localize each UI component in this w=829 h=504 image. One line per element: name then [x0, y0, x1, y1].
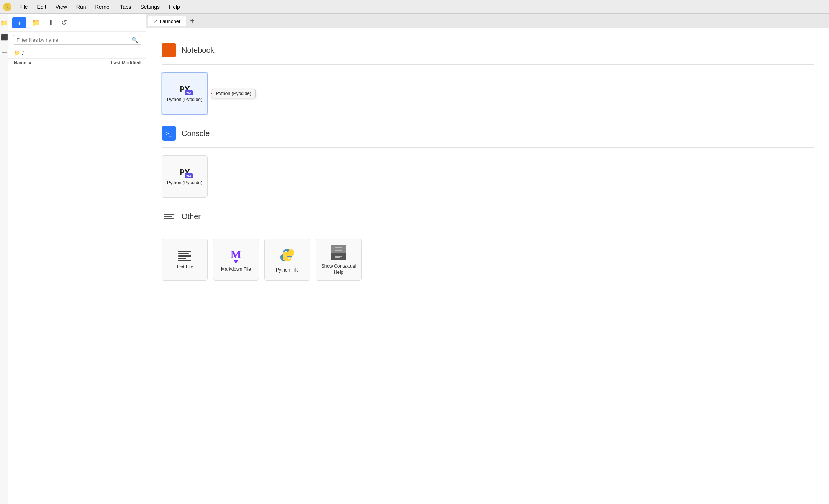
tabbar: ↗ Launcher +: [146, 14, 829, 28]
help-icon-bottom: [331, 253, 346, 261]
python-file-label: Python File: [276, 267, 299, 273]
search-area: 🔍: [13, 35, 141, 45]
console-section-icon: >_: [162, 126, 176, 141]
path-label: /: [22, 50, 24, 56]
sort-arrow-icon: ▲: [28, 60, 33, 65]
menu-file[interactable]: File: [15, 3, 32, 11]
sidebar: + 📁 ⬆ ↺ 🔍 📁 / Name ▲ Last Modified: [8, 14, 146, 504]
search-icon: 🔍: [131, 37, 138, 43]
text-file-label: Text File: [176, 264, 193, 270]
notebook-divider: [162, 64, 814, 65]
markdown-file-card[interactable]: M ▼ Markdown File: [213, 239, 259, 281]
content-area: ↗ Launcher + Notebook: [146, 14, 829, 504]
refresh-button[interactable]: ↺: [59, 17, 69, 28]
notebook-section-icon: [162, 43, 176, 57]
notebook-section-header: Notebook: [162, 43, 814, 57]
menu-edit[interactable]: Edit: [33, 3, 50, 11]
other-section-icon: [162, 209, 176, 224]
python-pyodide-console-label: Python (Pyodide): [167, 180, 202, 186]
python-file-card[interactable]: Python File: [264, 239, 310, 281]
markdown-icon: M ▼: [231, 249, 241, 263]
menu-run[interactable]: Run: [72, 3, 90, 11]
app-icon: 🐍: [3, 3, 11, 11]
menu-settings[interactable]: Settings: [137, 3, 164, 11]
new-folder-button[interactable]: 📁: [29, 17, 43, 28]
tab-external-icon: ↗: [154, 18, 157, 24]
menubar: 🐍 File Edit View Run Kernel Tabs Setting…: [0, 0, 829, 14]
show-contextual-help-card[interactable]: Show Contextual Help: [316, 239, 362, 281]
launcher-body: Notebook PY WA Python (Pyodide) Pyth: [146, 28, 829, 504]
python-logo-svg: [280, 247, 295, 263]
other-section-header: Other: [162, 209, 814, 224]
help-icon-top: [331, 245, 346, 253]
menu-kernel[interactable]: Kernel: [91, 3, 114, 11]
help-lines-top: [335, 247, 342, 251]
menu-tabs[interactable]: Tabs: [116, 3, 135, 11]
search-input-wrap[interactable]: 🔍: [13, 35, 141, 45]
text-file-card[interactable]: Text File: [162, 239, 208, 281]
console-section-label: Console: [182, 129, 210, 138]
launcher-tab[interactable]: ↗ Launcher: [148, 16, 186, 26]
svg-point-0: [285, 251, 287, 252]
tab-label: Launcher: [160, 18, 180, 24]
notebook-cards: PY WA Python (Pyodide) Python (Pyodide): [162, 72, 814, 115]
sidebar-toolbar: + 📁 ⬆ ↺: [8, 14, 146, 32]
menu-help[interactable]: Help: [165, 3, 184, 11]
console-prompt-icon: >_: [166, 130, 172, 136]
other-section-label: Other: [182, 212, 201, 221]
new-tab-button[interactable]: +: [187, 16, 198, 26]
plus-icon: +: [18, 20, 21, 26]
help-lines-bottom: [335, 256, 342, 258]
text-file-icon: [178, 251, 191, 261]
python-pyodide-console-card[interactable]: PY WA Python (Pyodide): [162, 155, 208, 198]
folder-icon: 📁: [14, 50, 20, 56]
svg-point-1: [288, 258, 290, 259]
name-column-header[interactable]: Name ▲: [14, 60, 87, 65]
console-cards: PY WA Python (Pyodide): [162, 155, 814, 198]
console-section-header: >_ Console: [162, 126, 814, 141]
menu-view[interactable]: View: [52, 3, 71, 11]
show-contextual-help-label: Show Contextual Help: [320, 263, 357, 275]
activity-bar: 📁 ⬛ ☰: [0, 14, 8, 504]
python-pyodide-notebook-label: Python (Pyodide): [167, 97, 202, 103]
path-breadcrumb: 📁 /: [8, 48, 146, 59]
table-header: Name ▲ Last Modified: [8, 59, 146, 67]
main-area: 📁 ⬛ ☰ + 📁 ⬆ ↺ 🔍 📁 / Name ▲: [0, 14, 829, 504]
other-lines-icon: [164, 214, 174, 219]
other-divider: [162, 231, 814, 231]
python-pyodide-notebook-card[interactable]: PY WA Python (Pyodide) Python (Pyodide): [162, 72, 208, 115]
files-icon[interactable]: 📁: [0, 18, 10, 28]
pyodide-notebook-icon: PY WA: [180, 85, 190, 94]
bookmark-icon: [163, 43, 175, 57]
running-icon[interactable]: ⬛: [0, 32, 10, 42]
modified-column-header[interactable]: Last Modified: [87, 60, 141, 65]
markdown-file-label: Markdown File: [221, 267, 251, 273]
python-file-icon: [280, 247, 295, 264]
upload-button[interactable]: ⬆: [46, 17, 56, 28]
pyodide-console-icon: PY WA: [180, 169, 190, 177]
new-button[interactable]: +: [12, 17, 26, 28]
notebook-section-label: Notebook: [182, 46, 215, 55]
other-cards: Text File M ▼ Markdown File: [162, 239, 814, 281]
menu-icon[interactable]: ☰: [0, 46, 8, 56]
pyodide-tooltip: Python (Pyodide): [212, 89, 256, 98]
contextual-help-icon: [331, 245, 346, 260]
search-input[interactable]: [16, 37, 131, 43]
console-divider: [162, 147, 814, 148]
